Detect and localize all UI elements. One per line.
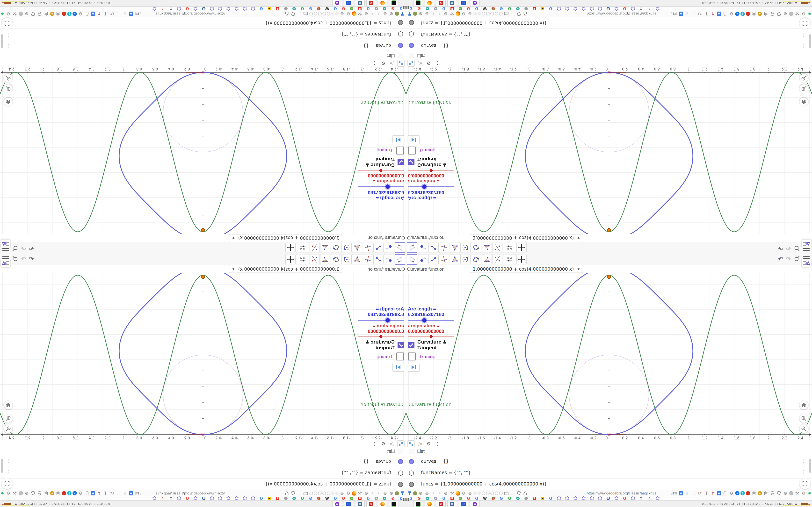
bookmark-favicon[interactable]: G — [365, 497, 371, 500]
scrollbar-thumb[interactable] — [1, 34, 3, 48]
bookmark-favicon[interactable] — [654, 497, 660, 500]
extension-circle-icon[interactable]: + — [72, 12, 77, 16]
gauge-icon[interactable]: ◔ — [437, 11, 442, 17]
globe-icon[interactable]: ⊕ — [382, 490, 388, 496]
extension-circle-icon[interactable] — [62, 491, 66, 495]
algebra-row[interactable]: curves = {} ⋮ — [0, 456, 406, 467]
trash-icon[interactable] — [763, 490, 768, 496]
extension-circle-icon[interactable] — [746, 491, 750, 495]
bookmark-favicon[interactable]: ☠ — [457, 497, 463, 500]
extension-circle-icon[interactable] — [18, 491, 23, 495]
wrench-icon[interactable]: ⚒ — [449, 490, 455, 496]
bookmark-favicon[interactable]: G — [185, 497, 191, 500]
gear-icon[interactable]: ⚙ — [346, 11, 351, 17]
taskbar-app-purple-mask[interactable] — [332, 0, 342, 6]
bookmark-favicon[interactable]: G — [390, 7, 396, 11]
browser-action-icon[interactable]: ⚙ — [801, 490, 806, 496]
bookmark-favicon[interactable]: 💬 — [605, 497, 611, 500]
visibility-marble[interactable] — [409, 470, 414, 475]
bookmark-favicon[interactable]: 🦆 — [316, 7, 322, 11]
bookmark-favicon[interactable] — [597, 7, 603, 11]
globe-icon[interactable]: ⊕ — [418, 11, 423, 17]
browser-action-icon[interactable]: ⚙ — [729, 490, 734, 496]
browser-action-icon[interactable]: ☆ — [684, 11, 690, 17]
slider-tool[interactable]: a=2 — [503, 254, 516, 264]
browser-action-icon[interactable]: ⚒ — [12, 490, 18, 496]
gear-icon[interactable]: ⚙ — [380, 441, 387, 447]
pin-icon[interactable] — [710, 11, 716, 17]
funnel-icon[interactable] — [407, 490, 412, 496]
lock-icon[interactable] — [522, 490, 528, 496]
olive-icon[interactable] — [413, 491, 417, 495]
taskbar-app-firefox[interactable] — [424, 0, 434, 6]
algebra-row[interactable]: funcs = {1.000000000000 + cos(4.00000000… — [0, 478, 406, 490]
globe-icon[interactable]: ⊕ — [443, 490, 449, 496]
kebab-icon[interactable]: ⋮ — [801, 44, 806, 49]
line-tool[interactable] — [428, 243, 439, 253]
translate-icon[interactable]: A — [91, 12, 95, 16]
globe-icon[interactable]: ⊕ — [467, 11, 473, 17]
function-input[interactable]: 1.000000000000 + cos(4.000000000000 x) ▼ — [470, 265, 583, 273]
bookmark-favicon[interactable]: f — [160, 7, 166, 11]
bookmark-favicon[interactable]: G — [548, 497, 554, 500]
redo-icon[interactable]: ↷ — [785, 243, 791, 252]
bookmark-favicon[interactable]: ☠ — [349, 7, 355, 11]
algebra-row[interactable]: funcNames = {"", ""} ⋮ — [0, 467, 406, 478]
extension-circle-icon[interactable]: + — [735, 491, 740, 495]
bookmark-favicon[interactable] — [152, 7, 158, 11]
mouse-icon[interactable] — [722, 490, 728, 496]
funnel-icon[interactable] — [407, 11, 412, 17]
shield-icon[interactable] — [516, 11, 521, 17]
conic-tool[interactable] — [331, 254, 341, 264]
arc-length-slider[interactable] — [358, 320, 404, 321]
shield-icon[interactable]: LO — [769, 11, 775, 17]
bookmark-favicon[interactable]: G — [365, 7, 371, 11]
extension-circle-icon[interactable] — [789, 12, 794, 16]
arc-position-slider[interactable] — [358, 170, 404, 171]
bookmark-favicon[interactable]: W — [482, 497, 488, 500]
bookmark-favicon[interactable]: f — [646, 7, 652, 11]
arc-length-knob[interactable] — [386, 184, 390, 189]
bookmark-favicon[interactable] — [572, 7, 578, 11]
kebab-icon[interactable]: ⋮ — [434, 60, 441, 66]
bookmark-favicon[interactable]: G — [621, 497, 627, 500]
redo-icon[interactable]: ↷ — [21, 243, 27, 252]
angle-tool[interactable]: α — [481, 243, 492, 253]
tree-view-icon[interactable] — [397, 440, 405, 447]
bookmark-favicon[interactable]: 💬 — [201, 497, 207, 500]
bookmark-favicon[interactable]: 💬 — [201, 7, 207, 11]
browser-action-icon[interactable]: ⚙ — [6, 490, 11, 496]
bookmark-favicon[interactable]: ☠ — [349, 497, 355, 500]
bookmark-favicon[interactable]: ⚙ — [168, 497, 174, 500]
circle-tool[interactable] — [460, 254, 470, 264]
graphics-view[interactable]: Arc length = 6.283185307180 arc position… — [406, 273, 812, 440]
visibility-marble[interactable] — [409, 482, 414, 487]
bookmark-favicon[interactable] — [242, 497, 248, 500]
globe-icon[interactable]: ⊕ — [424, 11, 430, 17]
bookmark-favicon[interactable] — [225, 7, 232, 11]
fx-icon[interactable]: ƒx — [417, 441, 423, 447]
translate-icon[interactable]: A — [679, 12, 683, 16]
point-tool[interactable]: A — [418, 254, 428, 264]
extension-circle-icon[interactable] — [789, 491, 794, 495]
gear-icon[interactable]: ⚙ — [461, 490, 466, 496]
bookmark-favicon[interactable]: ✳ — [433, 7, 439, 11]
angle-tool[interactable]: α — [320, 243, 331, 253]
taskbar-app-red-gear[interactable]: ⚙ — [436, 0, 446, 6]
function-input[interactable]: 1.000000000000 + cos(4.000000000000 x) ▼ — [229, 234, 342, 242]
scrollbar-thumb[interactable] — [809, 459, 811, 473]
reflect-tool[interactable] — [492, 243, 502, 253]
function-input[interactable]: 1.000000000000 + cos(4.000000000000 x) ▼ — [229, 265, 342, 273]
visibility-marble[interactable] — [398, 459, 403, 464]
circle-tool[interactable] — [342, 243, 352, 253]
translate-icon[interactable]: A — [129, 12, 133, 16]
kebab-icon[interactable]: ⋮ — [6, 458, 11, 463]
bookmark-favicon[interactable]: Я — [449, 497, 455, 500]
bookmark-favicon[interactable] — [176, 7, 182, 11]
bookmark-favicon[interactable]: G — [507, 7, 513, 11]
graph-canvas[interactable] — [0, 273, 406, 440]
bookmark-favicon[interactable]: ✳ — [515, 7, 521, 11]
firefox-icon[interactable] — [352, 12, 356, 16]
browser-action-icon[interactable]: ⚒ — [794, 490, 800, 496]
bookmark-favicon[interactable]: W — [482, 7, 488, 11]
